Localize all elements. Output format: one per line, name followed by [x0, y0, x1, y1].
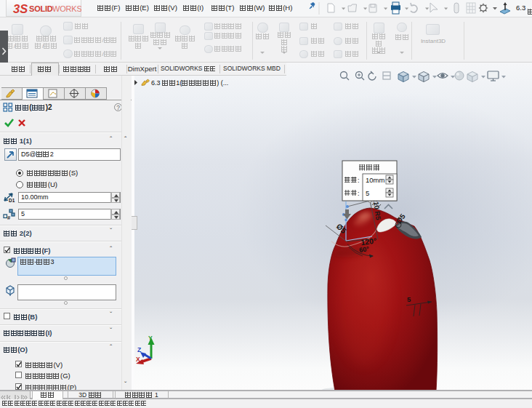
svg-text:6.3: 6.3	[516, 4, 525, 12]
svg-text:Y: Y	[148, 335, 153, 342]
svg-text::: :	[358, 177, 360, 184]
svg-text:5: 5	[407, 295, 411, 303]
svg-text::: :	[358, 190, 360, 197]
svg-text:3S: 3S	[13, 2, 28, 15]
svg-text:5: 5	[366, 189, 369, 197]
svg-text:#: #	[7, 215, 11, 220]
svg-text:Z: Z	[137, 346, 141, 353]
svg-text:SOLID: SOLID	[29, 4, 53, 13]
svg-text:10mm: 10mm	[366, 176, 384, 184]
svg-text:X: X	[136, 356, 140, 363]
svg-text:WORKS: WORKS	[52, 4, 81, 13]
svg-text:D1: D1	[9, 198, 15, 203]
